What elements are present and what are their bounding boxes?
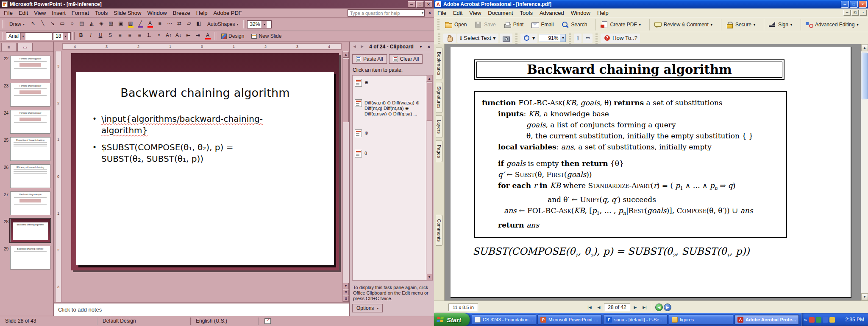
- zoom-out-button[interactable]: [520, 34, 538, 43]
- tray-expand-icon[interactable]: [804, 317, 807, 323]
- menu-item[interactable]: Document: [484, 9, 516, 17]
- tray-icon[interactable]: [823, 317, 828, 323]
- toolbar-grip[interactable]: [515, 33, 517, 44]
- text-box-icon[interactable]: ▤: [77, 20, 86, 29]
- scrollbar-thumb[interactable]: [343, 59, 349, 122]
- toolbar-grip[interactable]: [72, 32, 75, 40]
- next-page-button[interactable]: [631, 303, 640, 312]
- review-comment-button[interactable]: Review & Comment: [649, 19, 716, 31]
- slide-canvas[interactable]: Backward chaining algorithm •\input{algo…: [61, 50, 342, 302]
- menu-item[interactable]: View: [466, 9, 484, 17]
- font-color-icon[interactable]: A: [203, 31, 212, 41]
- rectangle-icon[interactable]: ▭: [58, 20, 67, 29]
- font-color-icon[interactable]: A: [145, 20, 155, 29]
- underline-button[interactable]: U: [96, 31, 105, 41]
- tray-icon[interactable]: [816, 317, 821, 323]
- options-button[interactable]: Options: [352, 304, 383, 312]
- insert-picture-icon[interactable]: ▣: [116, 20, 125, 29]
- arrow-style-icon[interactable]: ⇄: [175, 20, 184, 29]
- document-close-button[interactable]: ×: [860, 10, 867, 16]
- previous-view-button[interactable]: [655, 304, 663, 311]
- minimize-button[interactable]: [408, 1, 415, 8]
- tray-icon[interactable]: [829, 317, 835, 323]
- slide-title[interactable]: Backward chaining algorithm: [76, 86, 334, 99]
- forward-icon[interactable]: [359, 44, 365, 50]
- menu-item[interactable]: File: [434, 9, 450, 17]
- toolbar-grip[interactable]: [438, 33, 440, 44]
- chevron-down-icon[interactable]: [560, 34, 565, 42]
- shadow-style-icon[interactable]: ▱: [184, 20, 194, 29]
- horizontal-ruler[interactable]: 432101234: [62, 43, 342, 50]
- fill-color-icon[interactable]: ▨: [126, 20, 135, 29]
- acrobat-titlebar[interactable]: Adobe Acrobat Professional - [inference.…: [434, 0, 868, 8]
- increase-indent-icon[interactable]: ⇥: [193, 31, 203, 41]
- menu-item[interactable]: Edit: [450, 9, 466, 17]
- draw-menu-button[interactable]: Draw: [6, 20, 28, 29]
- autoshapes-menu-button[interactable]: AutoShapes: [204, 20, 242, 29]
- start-button[interactable]: Start: [434, 313, 470, 326]
- scrollbar-track[interactable]: [426, 82, 432, 274]
- slide-content-box[interactable]: Backward chaining algorithm •\input{algo…: [76, 72, 334, 265]
- navigation-tab[interactable]: Bookmarks: [436, 48, 442, 79]
- slide-thumbnail[interactable]: 24 Forward chaining proof: [0, 108, 53, 135]
- page-number-field[interactable]: 28 of 42: [604, 304, 630, 311]
- scrollbar-track[interactable]: [343, 58, 349, 283]
- increase-font-icon[interactable]: A↑: [164, 31, 173, 41]
- menu-item[interactable]: File: [1, 9, 16, 17]
- italic-button[interactable]: I: [86, 31, 95, 41]
- align-center-icon[interactable]: ≡: [125, 31, 134, 41]
- document-restore-button[interactable]: ◱: [851, 10, 859, 16]
- how-to-button[interactable]: How To..?: [601, 34, 640, 43]
- paste-all-button[interactable]: Paste All: [352, 54, 387, 64]
- design-button[interactable]: Design: [218, 31, 248, 41]
- numbering-icon[interactable]: 1.: [145, 31, 154, 41]
- menu-item[interactable]: Insert: [49, 9, 69, 17]
- notes-pane[interactable]: Click to add notes: [54, 302, 349, 316]
- toolbar-grip[interactable]: [2, 20, 4, 28]
- new-slide-button[interactable]: New Slide: [248, 31, 285, 41]
- zoom-combo[interactable]: 32%: [247, 20, 272, 28]
- toolbar-grip[interactable]: [2, 32, 4, 40]
- clipboard-item[interactable]: ⊕: [355, 79, 424, 87]
- menu-item[interactable]: View: [31, 9, 49, 17]
- previous-slide-button[interactable]: ⇈: [343, 289, 349, 295]
- scroll-down-icon[interactable]: ▼: [426, 274, 432, 280]
- clipboard-item[interactable]: θ: [355, 150, 424, 157]
- minimize-button[interactable]: ─: [841, 1, 849, 8]
- language-status[interactable]: English (U.S.): [191, 318, 259, 325]
- line-icon[interactable]: ╲: [38, 20, 47, 29]
- question-box[interactable]: Type a question for help ▾: [348, 9, 425, 17]
- slides-tab[interactable]: ▭: [17, 43, 33, 51]
- menu-item[interactable]: Window: [144, 9, 170, 17]
- maximize-button[interactable]: □: [850, 1, 858, 8]
- toolbar-grip[interactable]: [214, 32, 216, 40]
- chevron-down-icon[interactable]: [20, 33, 25, 40]
- document-minimize-button[interactable]: ─: [843, 10, 851, 16]
- navigation-tab[interactable]: Layers: [436, 115, 442, 138]
- text-shadow-button[interactable]: S: [106, 31, 115, 41]
- slide[interactable]: Backward chaining algorithm •\input{algo…: [71, 53, 339, 270]
- scroll-up-icon[interactable]: ▲: [861, 44, 868, 51]
- clock[interactable]: 2:35 PM: [845, 317, 864, 323]
- menu-item[interactable]: Format: [69, 9, 92, 17]
- first-page-button[interactable]: [585, 303, 594, 312]
- clip-art-icon[interactable]: ▧: [106, 20, 116, 29]
- bold-button[interactable]: B: [76, 31, 86, 41]
- taskbar-task-button[interactable]: suna - [default] - F-Secure...: [603, 315, 668, 325]
- menu-item[interactable]: Help: [193, 9, 211, 17]
- snapshot-tool-button[interactable]: [500, 34, 512, 43]
- taskbar-task-button[interactable]: Microsoft PowerPoint - [m...: [537, 315, 602, 325]
- navigation-tab[interactable]: Comments: [436, 215, 442, 246]
- menu-item[interactable]: Breeze: [170, 9, 193, 17]
- toolbar-grip[interactable]: [437, 19, 440, 30]
- chevron-down-icon[interactable]: [63, 33, 68, 40]
- close-button[interactable]: [425, 1, 432, 8]
- secure-button[interactable]: Secure: [721, 19, 759, 31]
- save-button[interactable]: Save: [471, 19, 499, 31]
- tray-icon[interactable]: [809, 317, 815, 323]
- email-button[interactable]: Email: [528, 19, 557, 31]
- document-view[interactable]: Backward chaining algorithm function FOL…: [445, 44, 861, 301]
- scroll-up-icon[interactable]: ▲: [343, 51, 349, 58]
- scroll-down-icon[interactable]: ▼: [343, 283, 349, 289]
- spellcheck-icon[interactable]: [264, 318, 271, 324]
